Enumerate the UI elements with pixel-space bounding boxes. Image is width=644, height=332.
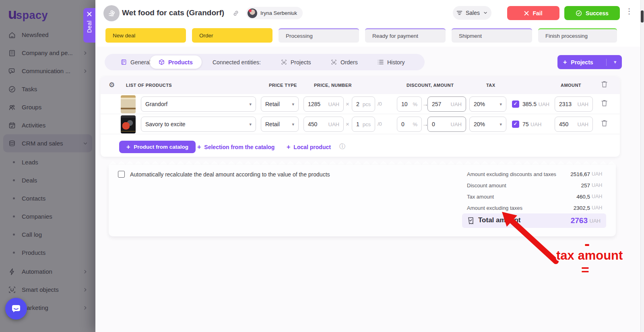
price-input[interactable] — [308, 101, 326, 107]
book-icon — [121, 59, 127, 65]
discount-percent-input[interactable] — [401, 121, 410, 127]
auto-recalculate-checkbox[interactable] — [118, 171, 125, 178]
chat-launcher-button[interactable] — [5, 298, 27, 320]
discount-amount-input[interactable] — [432, 101, 448, 107]
caret-down-icon[interactable]: ▾ — [611, 59, 616, 65]
col-price-number: PRICE, NUMBER — [314, 76, 352, 94]
stage-new-deal[interactable]: New deal — [105, 28, 186, 43]
pipeline-select[interactable]: Sales — [453, 6, 491, 20]
stage-processing[interactable]: Processing — [279, 28, 359, 43]
caret-down-icon: ▾ — [289, 122, 294, 127]
summary-label: Discount amount — [467, 182, 506, 189]
amount-field: UAH — [555, 96, 593, 112]
total-amount-value: 2763 — [571, 216, 588, 225]
deal-side-tab[interactable]: Deal — [83, 8, 95, 43]
col-discount-amount: DISCOUNT, AMOUNT — [407, 76, 454, 94]
tax-amount-value: 75 — [522, 121, 529, 127]
selection-from-catalog-button[interactable]: + Selection from the catalog — [197, 141, 275, 153]
tax-rate-select[interactable]: 20% ▾ — [469, 96, 506, 112]
tax-amount-text: 385.5 UAH — [522, 94, 549, 115]
summary-panel: Automatically recalculate the deal amoun… — [109, 165, 616, 236]
cube-icon — [159, 59, 165, 65]
tab-history[interactable]: History — [378, 54, 405, 70]
amount-input[interactable] — [559, 121, 575, 127]
delete-row-icon[interactable] — [601, 119, 608, 128]
scrollbar[interactable] — [640, 0, 644, 332]
deal-tabs: General Products Connected entities: Pro… — [105, 54, 425, 70]
assignee-chip[interactable]: Iryna Serbeniuk — [246, 7, 303, 19]
deal-panel: Wet food for cats (Grandorf) Iryna Serbe… — [95, 0, 644, 332]
product-image — [121, 95, 136, 113]
summary-currency: UAH — [592, 182, 608, 188]
deal-avatar — [103, 5, 120, 21]
price-input[interactable] — [308, 121, 326, 127]
tab-label: General — [130, 59, 151, 66]
filter-icon — [456, 10, 462, 15]
tax-included-checkbox[interactable] — [512, 121, 519, 128]
product-name-select[interactable]: Savory to excite ▾ — [141, 117, 256, 132]
close-icon[interactable] — [87, 12, 92, 16]
product-name-value: Grandorf — [145, 101, 167, 107]
unit-suffix: pcs — [360, 101, 371, 107]
stage-finish-processing[interactable]: Finish processing — [538, 28, 617, 43]
success-label: Success — [586, 10, 609, 16]
discount-amount-input[interactable] — [432, 121, 448, 127]
smart-object-icon — [281, 59, 287, 65]
tax-amount-currency: UAH — [539, 101, 549, 107]
stage-shipment[interactable]: Shipment — [452, 28, 532, 43]
settings-gear-icon[interactable]: ⚙ — [109, 76, 115, 94]
price-field: UAH — [303, 96, 344, 112]
check-circle-icon — [576, 10, 582, 16]
price-type-select[interactable]: Retail ▾ — [261, 96, 299, 112]
success-button[interactable]: Success — [564, 6, 620, 20]
unit-suffix: pcs — [360, 121, 371, 127]
col-tax: TAX — [486, 76, 495, 94]
tab-orders[interactable]: Orders — [331, 54, 358, 70]
add-projects-button[interactable]: + Projects ▾ — [557, 55, 622, 69]
quantity-input[interactable] — [356, 101, 360, 107]
percent-suffix: % — [410, 121, 417, 127]
col-price-type: PRICE TYPE — [269, 76, 297, 94]
tab-projects[interactable]: Projects — [281, 54, 311, 70]
page-title: Wet food for cats (Grandorf) — [122, 8, 224, 17]
tax-amount-currency: UAH — [530, 121, 541, 127]
product-name-value: Savory to excite — [145, 121, 186, 127]
percent-suffix: % — [410, 101, 417, 107]
link-icon[interactable] — [232, 10, 239, 18]
summary-currency: UAH — [592, 205, 608, 211]
quantity-input[interactable] — [356, 121, 360, 127]
tab-general[interactable]: General — [121, 54, 151, 70]
discount-percent-input[interactable] — [401, 101, 410, 107]
delete-all-icon[interactable] — [601, 80, 608, 89]
caret-down-icon: ▾ — [496, 102, 502, 107]
tax-rate-select[interactable]: 20% ▾ — [469, 117, 506, 132]
product-name-select[interactable]: Grandorf ▾ — [141, 96, 256, 112]
pipeline-label: Sales — [466, 10, 480, 16]
scrollbar-thumb[interactable] — [641, 10, 644, 23]
caret-down-icon: ▾ — [496, 122, 502, 127]
button-label: Product from catalog — [134, 144, 188, 150]
delete-row-icon[interactable] — [601, 99, 608, 108]
more-options-button[interactable]: ⋮ — [625, 7, 633, 16]
button-divider — [606, 59, 607, 66]
product-from-catalog-button[interactable]: + Product from catalog — [119, 141, 196, 153]
button-label: Local product — [293, 144, 331, 150]
avatar-badge — [249, 9, 252, 12]
receipt-zigzag-edge — [109, 161, 616, 165]
tax-included-checkbox[interactable] — [512, 100, 519, 108]
tab-label: Products — [168, 59, 193, 66]
fail-button[interactable]: Fail — [507, 6, 559, 20]
x-icon — [524, 11, 529, 16]
tab-label: Orders — [341, 59, 358, 66]
tab-products[interactable]: Products — [150, 55, 202, 69]
stock-indicator: /0 — [378, 94, 382, 114]
amount-input[interactable] — [559, 101, 575, 107]
stage-order[interactable]: Order — [192, 28, 272, 43]
price-type-select[interactable]: Retail ▾ — [261, 117, 299, 132]
tax-amount-text: 75 UAH — [522, 114, 541, 135]
stage-ready-for-payment[interactable]: Ready for payment — [365, 28, 446, 43]
summary-value: 257 — [511, 182, 590, 189]
currency-suffix: UAH — [448, 101, 462, 107]
summary-label: Tax amount — [467, 194, 494, 200]
local-product-button[interactable]: + Local product — [287, 141, 331, 153]
